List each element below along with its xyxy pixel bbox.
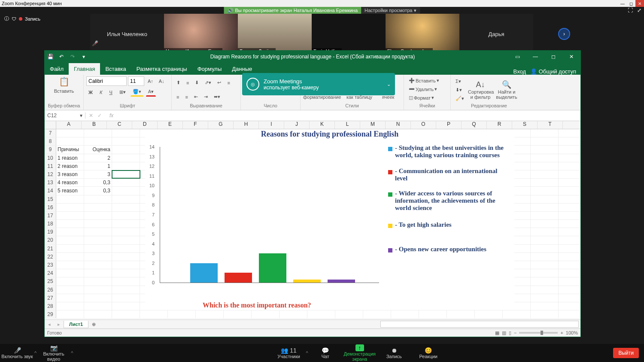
embedded-chart[interactable]: Reasons for studying professional Englis… xyxy=(145,130,514,310)
cell[interactable] xyxy=(503,310,531,318)
zoom-camera-toast[interactable]: ◎ Zoom Meetings использует веб-камеру ⌄ xyxy=(242,73,395,95)
cell[interactable] xyxy=(56,137,84,145)
cell[interactable]: Причины xyxy=(56,146,84,153)
cell[interactable] xyxy=(84,310,112,318)
cell[interactable] xyxy=(84,212,112,219)
cell[interactable] xyxy=(112,253,140,261)
cell[interactable]: Оценка xyxy=(84,146,112,153)
video-button[interactable]: 📷̸Включить видео xyxy=(36,344,71,362)
sort-filter-button[interactable]: A↓Сортировка и фильтр xyxy=(468,80,493,100)
share-button[interactable]: 👤 Общий доступ xyxy=(530,68,576,75)
col-header[interactable]: E xyxy=(158,121,183,129)
participant-tile[interactable]: Наталья Ивановна Ере... xyxy=(164,14,238,54)
sheet-tab[interactable]: Лист1 xyxy=(64,321,88,328)
align-top-icon[interactable]: ⬆ xyxy=(174,79,182,87)
cell[interactable] xyxy=(531,277,559,285)
cell[interactable] xyxy=(531,236,559,244)
paste-button[interactable]: Вставить xyxy=(54,88,74,94)
cell[interactable] xyxy=(112,286,140,294)
row-header[interactable]: 20 xyxy=(45,236,56,244)
col-header[interactable]: I xyxy=(259,121,284,129)
cell[interactable]: 0,3 xyxy=(84,187,112,195)
tab-insert[interactable]: Вставка xyxy=(100,63,131,75)
cell[interactable] xyxy=(56,294,84,302)
cell[interactable] xyxy=(84,129,112,137)
paste-icon[interactable]: 📋 xyxy=(59,76,70,87)
cell[interactable] xyxy=(531,269,559,277)
cell[interactable] xyxy=(56,245,84,252)
merge-icon[interactable]: ⬌▾ xyxy=(212,93,222,101)
cell[interactable] xyxy=(84,236,112,244)
cell[interactable] xyxy=(363,310,391,318)
enter-minimal-icon[interactable]: ⛶ xyxy=(628,7,633,13)
increase-font-icon[interactable]: A↑ xyxy=(146,76,155,86)
row-header[interactable]: 26 xyxy=(45,286,56,294)
cell[interactable]: 1 xyxy=(84,162,112,170)
chart-bar[interactable] xyxy=(225,273,252,283)
ribbon-display-icon[interactable]: ▭ xyxy=(508,54,526,60)
cell[interactable] xyxy=(112,170,140,178)
cell[interactable] xyxy=(168,310,196,318)
cell[interactable] xyxy=(559,129,580,137)
row-header[interactable]: 15 xyxy=(45,195,56,203)
row-header[interactable]: 9 xyxy=(45,146,56,153)
redo-icon[interactable]: ↷ xyxy=(67,54,78,60)
cell[interactable] xyxy=(84,137,112,145)
participants-button[interactable]: 👥 11Участники xyxy=(272,347,306,359)
cell[interactable] xyxy=(112,154,140,162)
cell[interactable] xyxy=(531,129,559,137)
cell[interactable] xyxy=(112,236,140,244)
cell[interactable] xyxy=(531,302,559,310)
cell[interactable] xyxy=(559,277,580,285)
cell[interactable] xyxy=(56,204,84,211)
cell[interactable] xyxy=(56,302,84,310)
row-header[interactable]: 22 xyxy=(45,253,56,261)
row-header[interactable]: 27 xyxy=(45,294,56,302)
underline-button[interactable]: Ч xyxy=(107,88,114,97)
cell[interactable]: 4 reason xyxy=(56,179,84,186)
cell[interactable] xyxy=(112,220,140,228)
cell[interactable] xyxy=(84,220,112,228)
cell[interactable] xyxy=(559,212,580,219)
font-name-input[interactable] xyxy=(86,76,127,86)
row-header[interactable]: 13 xyxy=(45,179,56,186)
cell[interactable] xyxy=(419,310,447,318)
row-header[interactable]: 17 xyxy=(45,212,56,219)
font-color-icon[interactable]: A▾ xyxy=(146,88,156,97)
col-header[interactable]: A xyxy=(56,121,82,129)
cell[interactable] xyxy=(84,245,112,252)
cell[interactable] xyxy=(531,212,559,219)
borders-icon[interactable]: ⊞▾ xyxy=(117,88,128,97)
col-header[interactable]: R xyxy=(487,121,512,129)
sheet-nav-prev-icon[interactable]: ◂ xyxy=(45,322,54,327)
cell[interactable]: 2 xyxy=(84,154,112,162)
cell[interactable] xyxy=(252,310,279,318)
cell[interactable] xyxy=(56,129,84,137)
cell[interactable] xyxy=(531,170,559,178)
clear-icon[interactable]: 🧹▾ xyxy=(453,94,466,103)
col-header[interactable]: G xyxy=(208,121,234,129)
row-header[interactable]: 29 xyxy=(45,310,56,318)
cell[interactable] xyxy=(559,137,580,145)
enter-fullscreen-icon[interactable]: ⤢ xyxy=(637,7,641,13)
cell[interactable]: 2 reason xyxy=(56,162,84,170)
cell[interactable] xyxy=(112,129,140,137)
excel-close-icon[interactable]: ✕ xyxy=(562,54,580,60)
row-header[interactable]: 7 xyxy=(45,129,56,137)
cell[interactable] xyxy=(56,277,84,285)
cell[interactable] xyxy=(559,204,580,211)
os-min-icon[interactable]: — xyxy=(618,0,627,7)
col-header[interactable]: B xyxy=(82,121,107,129)
row-header[interactable]: 11 xyxy=(45,162,56,170)
tab-layout[interactable]: Разметка страницы xyxy=(131,63,192,75)
cell[interactable] xyxy=(559,286,580,294)
cell[interactable] xyxy=(531,154,559,162)
col-header[interactable]: F xyxy=(183,121,208,129)
row-header[interactable]: 21 xyxy=(45,245,56,252)
leave-button[interactable]: Выйти xyxy=(613,348,639,358)
reactions-button[interactable]: 😊Реакции xyxy=(411,347,446,359)
row-header[interactable]: 28 xyxy=(45,302,56,310)
wrap-text-icon[interactable]: ↩ xyxy=(215,79,223,87)
cell[interactable] xyxy=(196,310,224,318)
zoom-level[interactable]: 100% xyxy=(566,330,578,335)
